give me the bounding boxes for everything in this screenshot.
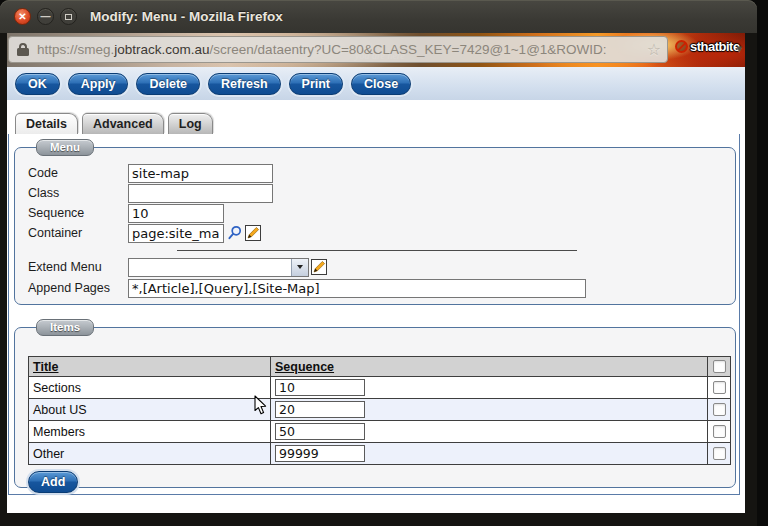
maximize-glyph — [65, 14, 72, 20]
browser-window: ✕ — Modify: Menu - Mozilla Firefox you a… — [0, 0, 757, 526]
section-divider — [177, 250, 577, 251]
table-row: Sections — [29, 377, 731, 399]
url-bar[interactable]: https://smeg.jobtrack.com.au/screen/data… — [8, 36, 668, 63]
append-pages-input[interactable] — [128, 279, 586, 298]
close-button[interactable]: Close — [351, 73, 411, 95]
sequence-row: Sequence — [15, 203, 735, 223]
url-scheme: https://smeg. — [37, 42, 114, 57]
sequence-input[interactable] — [128, 204, 224, 223]
persona-logo: sthatbite — [675, 39, 740, 54]
persona-theme-strip: you are here https://smeg.jobtrack.com.a… — [7, 33, 745, 67]
url-domain: jobtrack.com.au — [114, 42, 209, 57]
url-path: /screen/dataentry?UC=80&CLASS_KEY=7429@1… — [210, 42, 607, 57]
container-label: Container — [28, 226, 128, 240]
container-input[interactable] — [128, 224, 224, 243]
window-title: Modify: Menu - Mozilla Firefox — [90, 9, 283, 24]
page-content: Details Advanced Log Menu Code Class Seq… — [7, 100, 745, 513]
select-dropdown-icon[interactable] — [291, 259, 308, 276]
maximize-window-icon[interactable] — [60, 8, 77, 25]
code-label: Code — [28, 166, 128, 180]
append-pages-row: Append Pages — [15, 278, 735, 298]
delete-button[interactable]: Delete — [136, 73, 200, 95]
extend-menu-select[interactable] — [128, 258, 309, 277]
item-sequence-input[interactable] — [275, 401, 365, 418]
class-label: Class — [28, 186, 128, 200]
tab-log[interactable]: Log — [168, 113, 213, 134]
bookmark-star-icon[interactable]: ☆ — [647, 40, 661, 59]
window-controls: ✕ — — [14, 8, 77, 25]
edit-pencil-icon[interactable] — [245, 225, 261, 241]
append-pages-label: Append Pages — [28, 281, 128, 295]
sequence-column-header[interactable]: Sequence — [271, 357, 708, 377]
refresh-button[interactable]: Refresh — [208, 73, 281, 95]
item-sequence-input[interactable] — [275, 445, 365, 462]
add-button[interactable]: Add — [28, 471, 78, 493]
item-title-cell: Members — [29, 421, 271, 443]
code-input[interactable] — [128, 164, 273, 183]
menu-fieldset: Menu Code Class Sequence Container — [14, 147, 736, 305]
table-row: Other — [29, 443, 731, 465]
tab-bar: Details Advanced Log — [15, 113, 213, 134]
items-header-row: Title Sequence — [29, 357, 731, 377]
item-sequence-input[interactable] — [275, 423, 365, 440]
ok-button[interactable]: OK — [15, 73, 60, 95]
close-window-icon[interactable]: ✕ — [14, 8, 31, 25]
row-select-checkbox[interactable] — [713, 447, 726, 460]
url-dropdown-icon[interactable]: ▾ — [736, 42, 742, 55]
no-spider-icon — [675, 40, 688, 53]
print-button[interactable]: Print — [289, 73, 343, 95]
item-title-cell: About US — [29, 399, 271, 421]
extend-menu-row: Extend Menu — [15, 257, 735, 277]
minimize-window-icon[interactable]: — — [37, 8, 54, 25]
table-row: About US — [29, 399, 731, 421]
sequence-label: Sequence — [28, 206, 128, 220]
form-toolbar: OK Apply Delete Refresh Print Close — [7, 67, 745, 100]
class-row: Class — [15, 183, 735, 203]
row-select-checkbox[interactable] — [713, 381, 726, 394]
class-input[interactable] — [128, 184, 273, 203]
table-row: Members — [29, 421, 731, 443]
title-bar: ✕ — Modify: Menu - Mozilla Firefox — [0, 0, 757, 33]
item-title-cell: Sections — [29, 377, 271, 399]
row-select-checkbox[interactable] — [713, 403, 726, 416]
url-text: https://smeg.jobtrack.com.au/screen/data… — [37, 42, 607, 57]
tab-details[interactable]: Details — [15, 113, 78, 134]
title-column-header[interactable]: Title — [29, 357, 271, 377]
row-select-checkbox[interactable] — [713, 425, 726, 438]
container-row: Container — [15, 223, 735, 243]
edit-pencil-icon[interactable] — [311, 259, 327, 275]
tab-advanced[interactable]: Advanced — [82, 113, 164, 134]
extend-menu-label: Extend Menu — [28, 260, 128, 274]
lock-icon — [17, 43, 29, 56]
apply-button[interactable]: Apply — [68, 73, 129, 95]
item-title-cell: Other — [29, 443, 271, 465]
code-row: Code — [15, 163, 735, 183]
items-legend: Items — [36, 319, 94, 336]
select-all-checkbox[interactable] — [713, 360, 726, 373]
items-table: Title Sequence Sections About US Members — [28, 356, 731, 465]
item-sequence-input[interactable] — [275, 379, 365, 396]
items-fieldset: Items Title Sequence Sections About US — [14, 327, 736, 488]
persona-logo-text: sthatbite — [690, 39, 740, 54]
menu-legend: Menu — [36, 139, 94, 156]
lookup-magnifier-icon[interactable] — [227, 225, 243, 241]
